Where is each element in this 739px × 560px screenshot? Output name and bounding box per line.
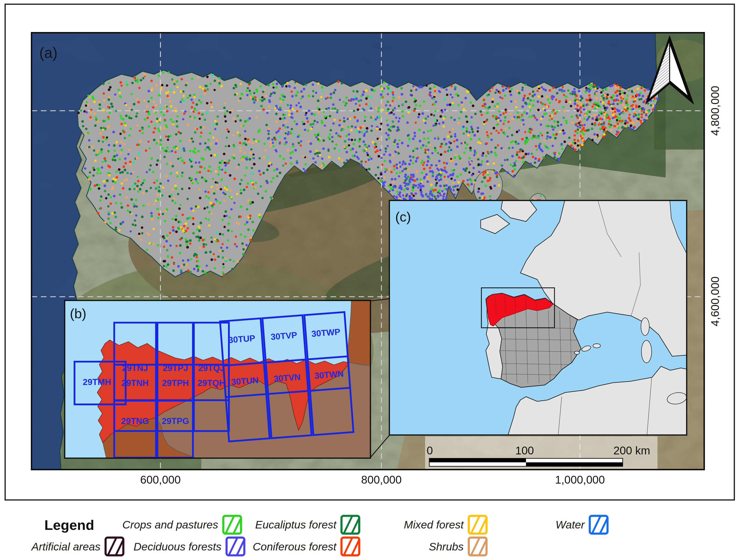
map-dot — [210, 101, 212, 104]
map-dot — [259, 99, 262, 101]
map-dot — [347, 126, 349, 128]
map-dot — [191, 78, 193, 80]
map-dot — [467, 134, 470, 136]
map-dot — [98, 187, 101, 190]
map-dot — [202, 243, 205, 246]
map-dot — [138, 235, 140, 237]
map-dot — [229, 259, 232, 261]
map-dot — [433, 86, 435, 88]
map-dot — [399, 171, 401, 174]
map-dot — [337, 134, 340, 137]
map-dot — [514, 141, 517, 143]
map-dot — [205, 265, 208, 267]
map-dot — [134, 182, 136, 185]
map-dot — [433, 98, 435, 100]
map-dot — [189, 94, 191, 97]
map-dot — [239, 183, 242, 185]
map-dot — [353, 110, 355, 112]
map-dot — [619, 117, 621, 119]
map-dot — [289, 152, 292, 154]
map-dot — [290, 157, 292, 159]
map-dot — [140, 184, 143, 186]
map-dot — [226, 247, 228, 249]
map-dot — [427, 195, 429, 198]
map-dot — [166, 249, 168, 251]
map-dot — [113, 155, 116, 158]
map-dot — [447, 135, 449, 138]
map-dot — [429, 95, 432, 97]
map-dot — [527, 97, 529, 100]
map-dot — [386, 138, 388, 141]
map-dot — [135, 157, 138, 159]
map-dot — [124, 122, 126, 125]
map-dot — [368, 145, 370, 147]
map-dot — [591, 128, 593, 130]
map-dot — [104, 221, 107, 223]
map-dot — [378, 177, 380, 179]
map-dot — [574, 134, 576, 137]
map-dot — [256, 116, 258, 118]
map-dot — [391, 178, 393, 180]
x-tick-800000: 800,000 — [361, 473, 402, 486]
map-dot — [602, 131, 605, 133]
map-dot — [502, 112, 505, 115]
map-dot — [440, 174, 442, 177]
map-dot — [224, 102, 226, 104]
map-dot — [156, 118, 158, 120]
map-dot — [136, 124, 139, 127]
map-dot — [125, 104, 127, 106]
map-dot — [508, 127, 510, 129]
map-dot — [447, 175, 450, 178]
map-dot — [115, 170, 118, 173]
map-dot — [576, 95, 578, 97]
map-dot — [641, 95, 644, 98]
map-dot — [195, 103, 198, 106]
map-dot — [153, 181, 156, 184]
tile-label-30TVN: 30TVN — [273, 372, 301, 384]
map-dot — [392, 120, 394, 123]
map-dot — [201, 239, 204, 241]
map-dot — [471, 116, 473, 118]
map-dot — [102, 136, 105, 139]
map-dot — [186, 246, 189, 249]
map-dot — [597, 105, 600, 107]
map-dot — [186, 244, 188, 246]
map-dot — [577, 125, 579, 128]
map-dot — [344, 140, 346, 143]
map-dot — [370, 96, 372, 99]
map-dot — [148, 90, 150, 92]
map-dot — [225, 257, 227, 260]
map-dot — [390, 126, 392, 128]
map-dot — [430, 164, 433, 167]
map-dot — [140, 79, 142, 82]
map-dot — [450, 177, 453, 180]
map-dot — [205, 243, 207, 246]
map-dot — [303, 123, 305, 125]
map-dot — [216, 184, 218, 187]
map-dot — [467, 179, 469, 181]
map-dot — [432, 175, 434, 177]
map-dot — [240, 147, 242, 149]
map-dot — [210, 143, 213, 145]
map-dot — [434, 147, 436, 149]
tile-label-30TUN: 30TUN — [231, 375, 259, 387]
map-dot — [465, 147, 467, 149]
map-dot — [336, 109, 339, 112]
map-dot — [580, 106, 582, 109]
map-dot — [316, 152, 319, 154]
map-dot — [139, 130, 141, 132]
map-dot — [602, 135, 604, 138]
map-dot — [588, 107, 591, 110]
map-dot — [607, 94, 609, 96]
map-dot — [489, 179, 491, 181]
map-dot — [571, 122, 574, 124]
map-dot — [512, 165, 514, 167]
map-dot — [603, 112, 605, 114]
map-dot — [393, 125, 395, 128]
map-dot — [623, 92, 626, 94]
map-dot — [435, 177, 438, 180]
map-dot — [198, 247, 201, 249]
map-dot — [629, 98, 631, 101]
map-dot — [322, 147, 325, 150]
map-dot — [418, 86, 421, 89]
